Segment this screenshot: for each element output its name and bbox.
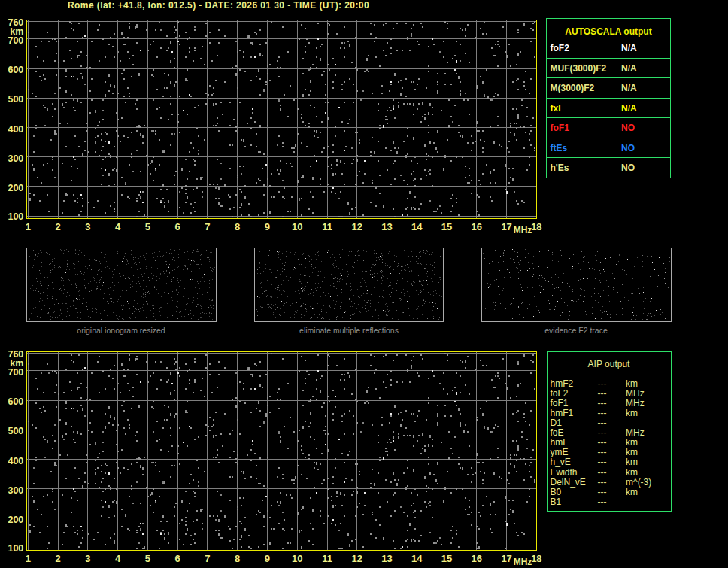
svg-text:km: km — [626, 408, 638, 418]
svg-text:7: 7 — [205, 221, 210, 232]
svg-text:100: 100 — [8, 211, 23, 222]
svg-text:6: 6 — [175, 221, 180, 232]
svg-text:MUF(3000)F2: MUF(3000)F2 — [551, 63, 607, 74]
svg-text:8: 8 — [235, 221, 240, 232]
svg-text:---: --- — [598, 467, 607, 478]
svg-text:18: 18 — [531, 221, 541, 232]
svg-text:11: 11 — [322, 553, 332, 564]
svg-text:DelN_vE: DelN_vE — [551, 477, 586, 488]
svg-text:200: 200 — [8, 183, 23, 193]
svg-text:km: km — [626, 487, 638, 497]
svg-text:M(3000)F2: M(3000)F2 — [551, 83, 595, 93]
svg-text:---: --- — [598, 388, 607, 399]
svg-text:---: --- — [598, 398, 607, 409]
svg-text:2: 2 — [55, 553, 60, 564]
svg-text:B0: B0 — [551, 487, 562, 497]
svg-text:N/A: N/A — [621, 63, 637, 74]
svg-text:500: 500 — [8, 426, 23, 436]
svg-text:---: --- — [598, 457, 607, 467]
svg-text:13: 13 — [381, 221, 392, 232]
svg-text:N/A: N/A — [621, 103, 637, 114]
svg-text:---: --- — [598, 378, 607, 389]
svg-text:4: 4 — [115, 553, 121, 564]
svg-text:17: 17 — [501, 553, 511, 564]
svg-text:foE: foE — [551, 427, 564, 438]
svg-text:15: 15 — [441, 221, 452, 232]
svg-text:MHz: MHz — [514, 557, 532, 567]
svg-text:D1: D1 — [551, 418, 563, 428]
svg-text:km: km — [626, 457, 638, 467]
svg-text:---: --- — [598, 418, 607, 428]
svg-text:MHz: MHz — [626, 427, 645, 438]
svg-text:m^(-3): m^(-3) — [626, 477, 651, 488]
svg-text:B1: B1 — [551, 497, 562, 507]
svg-text:100: 100 — [8, 543, 23, 554]
svg-text:---: --- — [598, 427, 607, 438]
svg-text:9: 9 — [265, 221, 270, 232]
svg-text:18: 18 — [531, 553, 541, 564]
svg-text:9: 9 — [265, 553, 270, 564]
svg-text:hmF2: hmF2 — [551, 378, 574, 389]
svg-text:NO: NO — [621, 163, 635, 173]
svg-text:AUTOSCALA output: AUTOSCALA output — [565, 26, 651, 37]
svg-text:5: 5 — [145, 553, 150, 564]
svg-text:h_vE: h_vE — [551, 457, 571, 467]
svg-text:1: 1 — [26, 221, 31, 232]
svg-text:2: 2 — [55, 221, 60, 232]
svg-text:---: --- — [598, 477, 607, 488]
svg-text:---: --- — [598, 447, 607, 457]
svg-text:600: 600 — [8, 65, 23, 75]
svg-text:Rome (lat: +41.8, lon: 012.5): Rome (lat: +41.8, lon: 012.5) - DATE: 20… — [68, 0, 369, 11]
svg-text:3: 3 — [85, 553, 90, 564]
svg-text:eliminate multiple reflections: eliminate multiple reflections — [299, 326, 399, 335]
svg-text:17: 17 — [501, 221, 511, 232]
svg-text:13: 13 — [381, 553, 392, 564]
svg-text:12: 12 — [352, 221, 362, 232]
svg-text:500: 500 — [8, 94, 23, 105]
svg-text:MHz: MHz — [626, 388, 645, 399]
svg-text:700: 700 — [8, 35, 23, 46]
svg-text:foF2: foF2 — [551, 43, 570, 53]
svg-text:fxI: fxI — [551, 103, 561, 114]
svg-text:14: 14 — [411, 221, 423, 232]
svg-text:evidence F2 trace: evidence F2 trace — [544, 326, 608, 335]
svg-text:---: --- — [598, 497, 607, 507]
svg-text:---: --- — [598, 408, 607, 418]
svg-text:foF2: foF2 — [551, 388, 569, 399]
svg-text:5: 5 — [145, 221, 150, 232]
svg-text:N/A: N/A — [621, 83, 637, 93]
svg-text:16: 16 — [472, 221, 482, 232]
svg-text:hmE: hmE — [551, 437, 569, 448]
svg-text:400: 400 — [8, 456, 23, 466]
svg-text:NO: NO — [621, 123, 635, 133]
svg-text:km: km — [626, 437, 638, 448]
svg-text:16: 16 — [472, 553, 482, 564]
svg-text:12: 12 — [352, 553, 362, 564]
svg-text:foF1: foF1 — [551, 123, 570, 133]
svg-text:15: 15 — [441, 553, 452, 564]
svg-text:MHz: MHz — [626, 398, 645, 409]
svg-text:N/A: N/A — [621, 43, 637, 53]
svg-text:3: 3 — [85, 221, 90, 232]
svg-text:---: --- — [598, 437, 607, 448]
svg-text:10: 10 — [292, 221, 302, 232]
svg-text:NO: NO — [621, 143, 635, 153]
svg-text:11: 11 — [322, 221, 332, 232]
svg-text:hmF1: hmF1 — [551, 408, 574, 418]
svg-text:foF1: foF1 — [551, 398, 569, 409]
svg-text:AIP output: AIP output — [588, 359, 630, 369]
svg-text:km: km — [626, 447, 638, 457]
svg-text:600: 600 — [8, 396, 23, 407]
svg-text:ftEs: ftEs — [551, 143, 568, 153]
svg-text:Ewidth: Ewidth — [551, 467, 578, 478]
svg-text:400: 400 — [8, 124, 23, 135]
svg-text:7: 7 — [205, 553, 210, 564]
svg-text:MHz: MHz — [514, 225, 532, 235]
svg-text:ymE: ymE — [551, 447, 569, 457]
svg-text:200: 200 — [8, 515, 23, 525]
svg-text:8: 8 — [235, 553, 240, 564]
svg-text:original ionogram resized: original ionogram resized — [77, 326, 165, 335]
svg-text:6: 6 — [175, 553, 180, 564]
svg-text:4: 4 — [115, 221, 121, 232]
svg-text:km: km — [626, 467, 638, 478]
